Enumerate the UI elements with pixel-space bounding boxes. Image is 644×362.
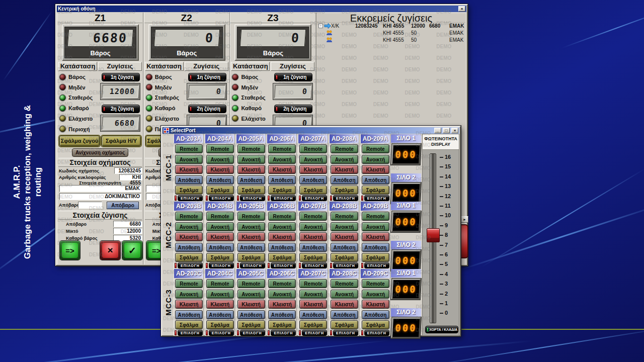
state-button-απόθεση[interactable]: Απόθεση — [299, 243, 327, 252]
first-weighing-button[interactable]: 1η ζύγιση — [102, 73, 140, 81]
select-button[interactable]: ΕΠΙΛΟΓΗ — [333, 262, 358, 268]
go-button[interactable]: => — [60, 241, 80, 260]
state-button-κλειστή[interactable]: Κλειστή — [175, 232, 203, 241]
state-button-σφάλμα[interactable]: Σφάλμα — [237, 320, 265, 329]
state-button-ανοικτή[interactable]: Ανοικτή — [175, 155, 203, 164]
state-button-remote[interactable]: Remote — [268, 279, 296, 288]
state-button-remote[interactable]: Remote — [331, 279, 358, 288]
state-button-κλειστή[interactable]: Κλειστή — [362, 300, 389, 309]
state-button-απόθεση[interactable]: Απόθεση — [175, 175, 203, 185]
pending-row[interactable]: ΚΗΙ 455550ΕΜΑΚ — [317, 37, 464, 44]
partner-field[interactable]: ΕΜΑΚ — [59, 185, 141, 192]
state-button-ανοικτή[interactable]: Ανοικτή — [268, 155, 296, 164]
select-button[interactable]: ΕΠΙΛΟΓΗ — [333, 330, 358, 336]
state-button-ανοικτή[interactable]: Ανοικτή — [268, 222, 296, 231]
state-button-κλειστή[interactable]: Κλειστή — [237, 165, 265, 174]
state-button-σφάλμα[interactable]: Σφάλμα — [299, 186, 327, 195]
state-button-σφάλμα[interactable]: Σφάλμα — [175, 320, 203, 329]
tree-collapse-icon[interactable]: − — [318, 24, 323, 28]
select-button[interactable]: ΕΠΙΛΟΓΗ — [178, 330, 203, 336]
select-button[interactable]: ΕΠΙΛΟΓΗ — [240, 262, 265, 268]
state-button-απόθεση[interactable]: Απόθεση — [331, 310, 358, 319]
state-button-απόθεση[interactable]: Απόθεση — [268, 310, 296, 319]
state-button-σφάλμα[interactable]: Σφάλμα — [237, 253, 265, 262]
select-button[interactable]: ΕΠΙΛΟΓΗ — [209, 195, 234, 201]
cancel-button[interactable]: × — [100, 241, 120, 260]
state-button-ανοικτή[interactable]: Ανοικτή — [331, 222, 358, 231]
state-button-κλειστή[interactable]: Κλειστή — [268, 300, 296, 309]
state-button-remote[interactable]: Remote — [175, 279, 203, 288]
state-button-κλειστή[interactable]: Κλειστή — [299, 165, 327, 174]
state-button-απόθεση[interactable]: Απόθεση — [331, 175, 358, 185]
state-button-κλειστή[interactable]: Κλειστή — [175, 165, 203, 174]
state-button-remote[interactable]: Remote — [268, 212, 296, 221]
state-button-ανοικτή[interactable]: Ανοικτή — [362, 290, 389, 299]
state-button-κλειστή[interactable]: Κλειστή — [237, 300, 265, 309]
selectport-titlebar[interactable]: SelectPort _ □ × — [163, 127, 459, 134]
state-button-σφάλμα[interactable]: Σφάλμα — [362, 320, 389, 329]
second-weighing-button[interactable]: 2η ζύγιση — [188, 105, 226, 113]
select-button[interactable]: ΕΠΙΛΟΓΗ — [364, 262, 389, 268]
state-button-ανοικτή[interactable]: Ανοικτή — [175, 222, 203, 231]
vehicle-code-field[interactable]: 12083245 — [114, 167, 142, 174]
state-button-κλειστή[interactable]: Κλειστή — [268, 165, 296, 174]
state-button-κλειστή[interactable]: Κλειστή — [331, 232, 358, 241]
state-button-απόθεση[interactable]: Απόθεση — [237, 310, 265, 319]
state-button-απόθεση[interactable]: Απόθεση — [362, 310, 389, 319]
pending-row[interactable]: ΚΗΙ 455550ΕΜΑΚ — [317, 30, 464, 37]
state-button-σφάλμα[interactable]: Σφάλμα — [268, 253, 296, 262]
state-button-απόθεση[interactable]: Απόθεση — [299, 175, 327, 185]
state-button-σφάλμα[interactable]: Σφάλμα — [268, 186, 296, 195]
state-button-κλειστή[interactable]: Κλειστή — [299, 232, 327, 241]
state-button-remote[interactable]: Remote — [362, 144, 389, 153]
plate-field[interactable]: ΚΗΙ 4555 — [119, 174, 142, 180]
state-button-κλειστή[interactable]: Κλειστή — [206, 165, 234, 174]
state-button-ανοικτή[interactable]: Ανοικτή — [362, 155, 389, 164]
state-button-κλειστή[interactable]: Κλειστή — [175, 300, 203, 309]
state-button-απόθεση[interactable]: Απόθεση — [299, 310, 327, 319]
maximize-icon[interactable]: □ — [443, 128, 450, 133]
state-button-remote[interactable]: Remote — [175, 212, 203, 221]
state-button-remote[interactable]: Remote — [362, 212, 389, 221]
state-button-remote[interactable]: Remote — [331, 144, 358, 153]
select-button[interactable]: ΕΠΙΛΟΓΗ — [364, 330, 389, 336]
state-button-ανοικτή[interactable]: Ανοικτή — [206, 155, 234, 164]
state-button-ανοικτή[interactable]: Ανοικτή — [299, 222, 327, 231]
state-button-ανοικτή[interactable]: Ανοικτή — [237, 290, 265, 299]
state-button-remote[interactable]: Remote — [331, 212, 358, 221]
partner-field-2[interactable]: ΔΟΚΙΜΑΣΤΙΚΟ — [59, 193, 141, 200]
select-button[interactable]: ΕΠΙΛΟΓΗ — [240, 195, 265, 201]
state-button-σφάλμα[interactable]: Σφάλμα — [362, 186, 389, 195]
state-button-σφάλμα[interactable]: Σφάλμα — [362, 253, 389, 262]
state-button-σφάλμα[interactable]: Σφάλμα — [331, 186, 358, 195]
pc-error-button[interactable]: Σφάλμα Η/Υ — [102, 136, 141, 146]
select-button[interactable]: ΕΠΙΛΟΓΗ — [302, 330, 327, 336]
select-button[interactable]: ΕΠΙΛΟΓΗ — [364, 195, 389, 201]
state-button-κλειστή[interactable]: Κλειστή — [237, 232, 265, 241]
main-window-titlebar[interactable]: Κεντρική οθόνη × — [57, 6, 466, 12]
right-arrow-icon[interactable]: ► — [461, 216, 468, 223]
state-button-κλειστή[interactable]: Κλειστή — [331, 300, 358, 309]
state-button-απόθεση[interactable]: Απόθεση — [237, 243, 265, 252]
state-button-remote[interactable]: Remote — [237, 144, 265, 153]
state-button-remote[interactable]: Remote — [299, 144, 327, 153]
state-button-σφάλμα[interactable]: Σφάλμα — [331, 253, 358, 262]
second-weighing-button[interactable]: 2η ζύγιση — [274, 105, 312, 113]
state-button-απόθεση[interactable]: Απόθεση — [268, 243, 296, 252]
grass-branches-button[interactable]: ΧΟΡΤΑ / ΚΛΑΔΙΑ — [425, 326, 458, 333]
state-button-ανοικτή[interactable]: Ανοικτή — [331, 290, 358, 299]
select-button[interactable]: ΕΠΙΛΟΓΗ — [209, 262, 234, 268]
state-button-σφάλμα[interactable]: Σφάλμα — [206, 186, 234, 195]
tare-button[interactable]: Απόβαρο — [107, 202, 139, 209]
detect-vehicle-button[interactable]: Ανίχνευση οχήματος — [72, 148, 128, 157]
state-button-απόθεση[interactable]: Απόθεση — [175, 243, 203, 252]
select-button[interactable]: ΕΠΙΛΟΓΗ — [302, 262, 327, 268]
first-weighing-button[interactable]: 1η ζύγιση — [188, 73, 226, 81]
state-button-σφάλμα[interactable]: Σφάλμα — [175, 253, 203, 262]
state-button-απόθεση[interactable]: Απόθεση — [206, 243, 234, 252]
select-button[interactable]: ΕΠΙΛΟΓΗ — [271, 330, 296, 336]
state-button-σφάλμα[interactable]: Σφάλμα — [237, 186, 265, 195]
state-button-ανοικτή[interactable]: Ανοικτή — [237, 222, 265, 231]
state-button-ανοικτή[interactable]: Ανοικτή — [331, 155, 358, 164]
state-button-σφάλμα[interactable]: Σφάλμα — [299, 253, 327, 262]
